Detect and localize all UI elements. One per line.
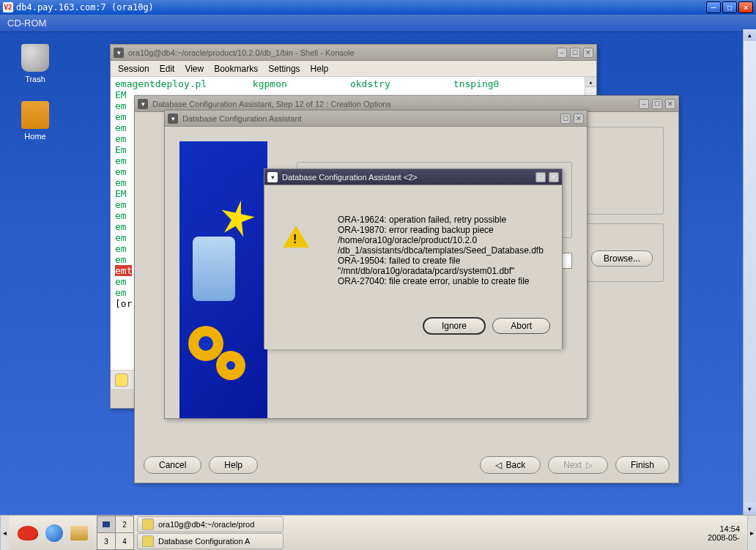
konsole-close-button[interactable]: ✕	[583, 48, 593, 58]
vnc-icon: V2	[3, 2, 13, 12]
dbca-main-max-button[interactable]: ☐	[652, 99, 662, 109]
term-text: kgpmon	[253, 78, 287, 89]
konsole-title: ora10g@db4:~/oracle/product/10.2.0/db_1/…	[128, 48, 355, 57]
star-icon	[217, 197, 259, 239]
error-line: ORA-19624: operation failed, retry possi…	[338, 215, 540, 225]
next-button: Next▷	[548, 456, 608, 474]
menu-settings[interactable]: Settings	[268, 64, 300, 74]
dbca-main-title: Database Configuration Assistant, Step 1…	[152, 100, 391, 108]
menu-edit[interactable]: Edit	[160, 64, 175, 74]
abort-button[interactable]: Abort	[492, 318, 550, 334]
error-line: "/mnt/db/ora10g/oradata/pcard/system01.d…	[338, 266, 540, 276]
scroll-up-icon[interactable]: ▴	[744, 29, 756, 41]
window-menu-icon[interactable]: ▾	[138, 99, 148, 109]
home-label: Home	[13, 132, 57, 141]
window-menu-icon[interactable]: ▾	[114, 48, 124, 58]
desktop-menubar[interactable]: CD-ROM	[0, 15, 756, 32]
dbca-error-title: Database Configuration Assistant <2>	[282, 173, 418, 182]
scroll-down-icon[interactable]: ▾	[744, 503, 756, 515]
cancel-button[interactable]: Cancel	[144, 456, 201, 474]
viewer-scrollbar[interactable]: ▴ ▾	[743, 29, 756, 515]
error-line: ORA-19870: error reading backup piece	[338, 225, 540, 235]
redhat-menu-icon[interactable]	[18, 526, 38, 540]
clock[interactable]: 14:54 2008-05-	[700, 524, 747, 542]
menu-bookmarks[interactable]: Bookmarks	[214, 64, 258, 74]
vnc-close-button[interactable]: ✕	[738, 1, 753, 13]
error-line: ORA-19504: failed to create file	[338, 256, 540, 266]
workspace-4[interactable]: 4	[116, 533, 133, 549]
dbca-error-dialog: ▾ Database Configuration Assistant <2> ☐…	[264, 168, 563, 349]
clock-date: 2008-05-	[708, 533, 740, 542]
taskbar-scroll-left[interactable]: ◂	[0, 516, 9, 550]
term-text: tnsping0	[453, 78, 500, 89]
dbca-progress-title: Database Configuration Assistant	[182, 114, 302, 123]
workspace-2[interactable]: 2	[116, 516, 133, 532]
vnc-titlebar: V2 db4.pay.163.com:7 (ora10g) – ☐ ✕	[0, 0, 756, 15]
error-line: /home/ora10g/oracle/product/10.2.0	[338, 235, 540, 245]
desktop: CD-ROM Trash Home ▾ ora10g@db4:~/oracle/…	[0, 15, 756, 550]
workspace-3[interactable]: 3	[97, 533, 115, 549]
task-konsole[interactable]: ora10g@db4:~/oracle/prod	[137, 516, 284, 532]
dbca-prog-close-button[interactable]: ✕	[574, 114, 584, 124]
konsole-maximize-button[interactable]: ☐	[570, 48, 580, 58]
error-line: ORA-27040: file create error, unable to …	[338, 276, 540, 286]
gear-icon	[216, 351, 245, 380]
package-icon[interactable]	[70, 526, 88, 540]
gear-icon	[188, 326, 223, 361]
workspace-pager[interactable]: 2 3 4	[97, 516, 134, 550]
finish-button[interactable]: Finish	[615, 456, 670, 474]
chevron-right-icon: ▷	[586, 460, 593, 470]
back-button[interactable]: ◁Back	[480, 456, 541, 474]
home-icon[interactable]: Home	[13, 101, 57, 141]
error-line: /db_1/assistants/dbca/templates/Seed_Dat…	[338, 245, 540, 256]
terminal-icon	[142, 519, 154, 530]
menu-help[interactable]: Help	[311, 64, 329, 74]
dbca-main-close-button[interactable]: ✕	[665, 99, 675, 109]
database-icon	[193, 237, 235, 301]
warning-icon	[283, 226, 309, 248]
taskbar: ◂ 2 3 4 ora10g@db4:~/oracle/prod Databas…	[0, 515, 756, 550]
term-text: okdstry	[350, 78, 390, 89]
ignore-button[interactable]: Ignore	[423, 317, 486, 335]
browse-button[interactable]: Browse...	[591, 250, 653, 267]
trash-label: Trash	[13, 75, 57, 83]
taskbar-scroll-right[interactable]: ▸	[747, 516, 756, 550]
term-text: emt	[115, 265, 132, 276]
term-text: emagentdeploy.pl	[115, 78, 207, 89]
error-close-button[interactable]: ✕	[549, 172, 559, 182]
konsole-titlebar[interactable]: ▾ ora10g@db4:~/oracle/product/10.2.0/db_…	[111, 45, 596, 61]
help-button[interactable]: Help	[209, 456, 258, 474]
trash-icon[interactable]: Trash	[13, 44, 57, 83]
app-icon	[142, 535, 154, 547]
konsole-newtab-icon[interactable]	[115, 374, 128, 387]
vnc-maximize-button[interactable]: ☐	[722, 1, 737, 13]
clock-time: 14:54	[708, 524, 740, 533]
wizard-image	[179, 141, 267, 418]
dbca-progress-titlebar[interactable]: ▾ Database Configuration Assistant ☐ ✕	[165, 111, 587, 127]
menu-session[interactable]: Session	[118, 64, 149, 74]
error-max-button[interactable]: ☐	[536, 172, 546, 182]
task-dbca[interactable]: Database Configuration A	[137, 533, 284, 549]
konsole-menubar: Session Edit View Bookmarks Settings Hel…	[111, 61, 596, 77]
dbca-main-min-button[interactable]: –	[639, 99, 649, 109]
browser-icon[interactable]	[45, 524, 63, 542]
window-menu-icon[interactable]: ▾	[168, 114, 178, 124]
dbca-error-titlebar[interactable]: ▾ Database Configuration Assistant <2> ☐…	[264, 169, 562, 185]
vnc-title: db4.pay.163.com:7 (ora10g)	[16, 2, 154, 12]
vnc-minimize-button[interactable]: –	[706, 1, 721, 13]
dbca-prog-max-button[interactable]: ☐	[560, 114, 571, 124]
konsole-minimize-button[interactable]: –	[557, 48, 567, 58]
window-menu-icon[interactable]: ▾	[267, 172, 278, 182]
scroll-up-icon[interactable]: ▴	[585, 77, 596, 87]
chevron-left-icon: ◁	[495, 460, 502, 470]
menu-view[interactable]: View	[185, 64, 204, 74]
